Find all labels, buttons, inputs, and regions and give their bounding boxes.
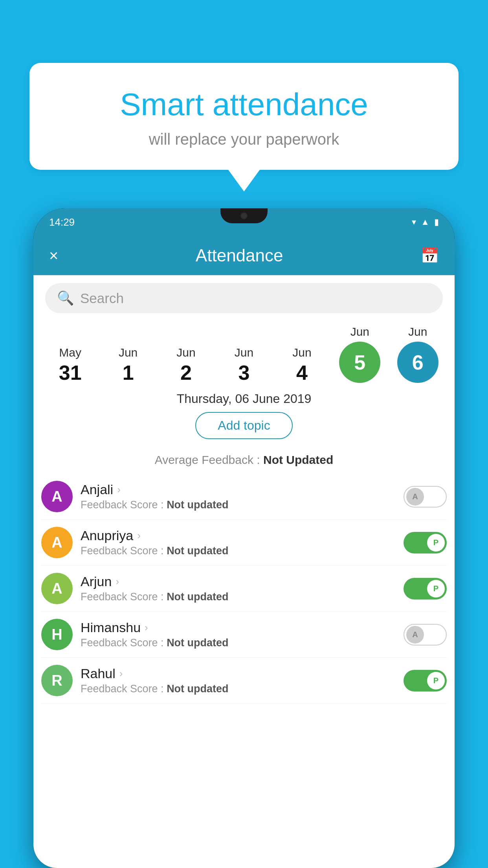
- date-month: Jun: [235, 346, 253, 359]
- toggle-knob: P: [427, 534, 445, 552]
- search-placeholder: Search: [80, 291, 124, 306]
- student-name: Rahul ›: [81, 666, 404, 681]
- battery-icon: ▮: [434, 217, 439, 227]
- add-topic-button[interactable]: Add topic: [195, 412, 292, 439]
- date-number[interactable]: 5: [339, 342, 380, 383]
- student-avatar: A: [41, 527, 73, 558]
- attendance-toggle-off[interactable]: A: [404, 486, 447, 508]
- signal-icon: ▲: [421, 217, 429, 227]
- search-icon: 🔍: [57, 290, 74, 306]
- attendance-toggle-on[interactable]: P: [404, 670, 447, 691]
- status-icons: ▾ ▲ ▮: [412, 217, 439, 227]
- attendance-toggle-off[interactable]: A: [404, 624, 447, 645]
- speech-bubble-arrow: [228, 170, 260, 191]
- date-month: Jun: [119, 346, 138, 359]
- date-item[interactable]: May31: [47, 346, 94, 383]
- toggle-knob: P: [427, 580, 445, 598]
- notch: [220, 208, 268, 223]
- student-item[interactable]: RRahul ›Feedback Score : Not updatedP: [41, 658, 447, 704]
- student-avatar: H: [41, 619, 73, 650]
- chevron-right-icon: ›: [137, 530, 141, 542]
- student-item[interactable]: AAnjali ›Feedback Score : Not updatedA: [41, 474, 447, 520]
- date-item[interactable]: Jun3: [220, 346, 268, 383]
- date-item[interactable]: Jun6: [394, 325, 441, 383]
- student-name: Anupriya ›: [81, 528, 404, 543]
- student-item[interactable]: AAnupriya ›Feedback Score : Not updatedP: [41, 520, 447, 566]
- chevron-right-icon: ›: [117, 484, 121, 496]
- date-item[interactable]: Jun2: [163, 346, 210, 383]
- chevron-right-icon: ›: [119, 668, 123, 680]
- close-button[interactable]: ×: [49, 247, 58, 265]
- camera: [240, 212, 248, 219]
- date-number[interactable]: 1: [123, 362, 134, 383]
- student-name: Arjun ›: [81, 574, 404, 589]
- student-item[interactable]: HHimanshu ›Feedback Score : Not updatedA: [41, 612, 447, 658]
- status-bar: 14:29 ▾ ▲ ▮: [33, 208, 455, 236]
- average-feedback: Average Feedback : Not Updated: [33, 453, 455, 467]
- student-info: Rahul ›Feedback Score : Not updated: [81, 666, 404, 695]
- student-info: Anjali ›Feedback Score : Not updated: [81, 482, 404, 511]
- student-item[interactable]: AArjun ›Feedback Score : Not updatedP: [41, 566, 447, 612]
- student-info: Arjun ›Feedback Score : Not updated: [81, 574, 404, 603]
- date-number[interactable]: 4: [296, 362, 308, 383]
- student-avatar: R: [41, 665, 73, 696]
- date-month: Jun: [350, 325, 369, 338]
- student-name: Himanshu ›: [81, 620, 404, 635]
- student-list: AAnjali ›Feedback Score : Not updatedAAA…: [33, 474, 455, 704]
- phone-frame: 14:29 ▾ ▲ ▮ × Attendance 📅 🔍 Search May3…: [33, 208, 455, 868]
- student-feedback: Feedback Score : Not updated: [81, 499, 404, 511]
- app-title: Attendance: [196, 246, 283, 265]
- selected-date-label: Thursday, 06 June 2019: [33, 392, 455, 406]
- toggle-knob: A: [406, 626, 424, 644]
- date-item[interactable]: Jun1: [105, 346, 152, 383]
- phone-time: 14:29: [49, 216, 75, 228]
- date-month: Jun: [176, 346, 195, 359]
- app-content: 🔍 Search May31Jun1Jun2Jun3Jun4Jun5Jun6 T…: [33, 275, 455, 868]
- wifi-icon: ▾: [412, 217, 416, 227]
- student-feedback: Feedback Score : Not updated: [81, 637, 404, 649]
- attendance-toggle-on[interactable]: P: [404, 532, 447, 554]
- student-feedback: Feedback Score : Not updated: [81, 545, 404, 557]
- student-feedback: Feedback Score : Not updated: [81, 683, 404, 695]
- date-number[interactable]: 3: [238, 362, 250, 383]
- date-number[interactable]: 6: [397, 342, 438, 383]
- toggle-knob: A: [406, 488, 424, 506]
- date-number[interactable]: 31: [59, 362, 82, 383]
- student-info: Anupriya ›Feedback Score : Not updated: [81, 528, 404, 557]
- date-item[interactable]: Jun4: [278, 346, 325, 383]
- student-name: Anjali ›: [81, 482, 404, 497]
- student-avatar: A: [41, 573, 73, 604]
- speech-bubble-wrapper: Smart attendance will replace your paper…: [29, 63, 459, 191]
- chevron-right-icon: ›: [145, 622, 148, 634]
- calendar-icon[interactable]: 📅: [420, 247, 439, 264]
- student-avatar: A: [41, 481, 73, 512]
- date-number[interactable]: 2: [180, 362, 192, 383]
- date-item[interactable]: Jun5: [336, 325, 383, 383]
- search-bar[interactable]: 🔍 Search: [45, 283, 443, 313]
- speech-bubble-title: Smart attendance: [49, 86, 439, 123]
- attendance-toggle-on[interactable]: P: [404, 578, 447, 600]
- speech-bubble: Smart attendance will replace your paper…: [29, 63, 459, 170]
- date-month: Jun: [292, 346, 311, 359]
- chevron-right-icon: ›: [116, 576, 119, 588]
- date-month: May: [59, 346, 81, 359]
- toggle-knob: P: [427, 672, 445, 690]
- date-month: Jun: [408, 325, 427, 338]
- date-row: May31Jun1Jun2Jun3Jun4Jun5Jun6: [33, 321, 455, 383]
- student-feedback: Feedback Score : Not updated: [81, 591, 404, 603]
- speech-bubble-subtitle: will replace your paperwork: [49, 131, 439, 148]
- app-header: × Attendance 📅: [33, 236, 455, 275]
- student-info: Himanshu ›Feedback Score : Not updated: [81, 620, 404, 649]
